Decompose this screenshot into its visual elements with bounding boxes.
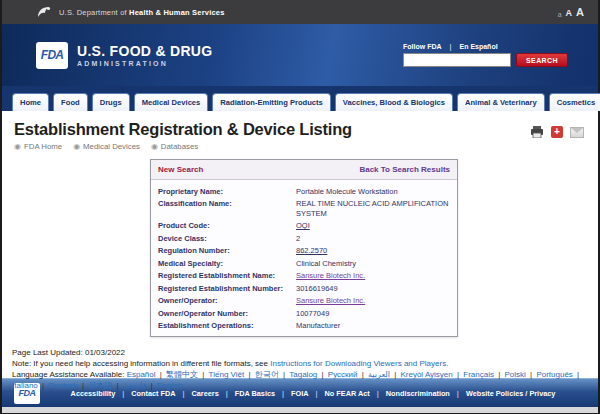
field-value: Portable Molecule Workstation <box>296 187 398 197</box>
page-title: Establishment Registration & Device List… <box>14 120 352 139</box>
language-link-portugu-s[interactable]: Português <box>536 370 572 379</box>
detail-field-list: Proprietary Name:Portable Molecule Works… <box>151 180 457 336</box>
bottom-strip <box>2 407 598 413</box>
language-separator: | <box>455 370 462 379</box>
field-label: Regulation Number: <box>158 246 296 256</box>
language-link-[interactable]: العربية <box>368 370 390 379</box>
field-value-link[interactable]: Sansure Biotech Inc. <box>296 296 365 306</box>
field-value: 2 <box>296 234 300 244</box>
share-icon[interactable] <box>550 126 564 138</box>
table-row-establishment-operations: Establishment Operations:Manufacturer <box>158 320 450 333</box>
language-separator: | <box>114 381 121 390</box>
breadcrumb-dot-icon: ◉ <box>151 143 158 151</box>
breadcrumb-item-databases[interactable]: ◉Databases <box>151 142 198 151</box>
language-separator: | <box>80 381 87 390</box>
fda-logo[interactable]: FDA <box>36 42 68 69</box>
table-row-device-class: Device Class:2 <box>158 232 450 245</box>
field-value-link[interactable]: OQI <box>296 221 310 231</box>
field-label: Medical Specialty: <box>158 259 296 269</box>
main-content: Establishment Registration & Device List… <box>2 111 598 378</box>
breadcrumb-dot-icon: ◉ <box>14 143 21 151</box>
header-link-separator: | <box>450 43 452 50</box>
follow-fda-link[interactable]: Follow FDA <box>403 43 442 50</box>
field-label: Proprietary Name: <box>158 187 296 197</box>
language-separator: | <box>392 370 399 379</box>
file-formats-note: Note: If you need help accessing informa… <box>12 358 588 369</box>
language-link-[interactable]: فارسی <box>123 381 147 390</box>
hhs-top-bar: U.S. Department of Health & Human Servic… <box>2 0 598 24</box>
table-row-classification-name: Classification Name:REAL TIME NUCLEIC AC… <box>158 198 450 220</box>
field-value: Clinical Chemistry <box>296 259 356 269</box>
language-separator: | <box>246 370 253 379</box>
field-value-link[interactable]: Sansure Biotech Inc. <box>296 271 365 281</box>
font-size-medium-button[interactable]: A <box>566 8 573 18</box>
table-row-medical-specialty: Medical Specialty:Clinical Chemistry <box>158 257 450 270</box>
font-size-controls: a A A <box>558 6 584 18</box>
viewers-players-link[interactable]: Instructions for Downloading Viewers and… <box>270 359 448 368</box>
nav-tab-home[interactable]: Home <box>12 93 49 111</box>
field-label: Registered Establishment Name: <box>158 271 296 281</box>
language-separator: | <box>496 370 503 379</box>
language-link-[interactable]: Русский <box>328 370 358 379</box>
breadcrumb-label: Medical Devices <box>83 142 140 151</box>
field-label: Owner/Operator: <box>158 296 296 306</box>
nav-tab-animal-veterinary[interactable]: Animal & Veterinary <box>457 93 545 111</box>
print-icon[interactable] <box>530 126 544 138</box>
field-value-link[interactable]: 862.2570 <box>296 246 327 256</box>
hhs-department-label: U.S. Department of Health & Human Servic… <box>59 8 225 17</box>
language-link-italiano[interactable]: Italiano <box>12 381 38 390</box>
nav-tab-drugs[interactable]: Drugs <box>92 93 130 111</box>
breadcrumb-item-medical-devices[interactable]: ◉Medical Devices <box>73 142 140 151</box>
language-separator: | <box>319 370 326 379</box>
language-separator: | <box>528 370 535 379</box>
language-link-english[interactable]: English <box>157 381 183 390</box>
breadcrumb-label: Databases <box>161 142 198 151</box>
language-separator: | <box>281 370 288 379</box>
nav-tab-radiation-emitting-products[interactable]: Radiation-Emitting Products <box>212 93 331 111</box>
table-row-proprietary-name: Proprietary Name:Portable Molecule Works… <box>158 185 450 198</box>
fda-header: FDA U.S. FOOD & DRUG ADMINISTRATION Foll… <box>2 24 598 86</box>
table-row-regulation-number: Regulation Number:862.2570 <box>158 245 450 258</box>
language-link-[interactable]: 繁體中文 <box>166 370 198 379</box>
language-separator: | <box>40 381 47 390</box>
field-label: Device Class: <box>158 234 296 244</box>
email-icon[interactable] <box>570 126 584 138</box>
language-link-ti-ng-vi-t[interactable]: Tiếng Việt <box>209 370 245 379</box>
language-link-fran-ais[interactable]: Français <box>463 370 494 379</box>
font-size-small-button[interactable]: a <box>558 11 562 18</box>
en-espanol-link[interactable]: En Español <box>460 43 498 50</box>
back-to-search-results-link[interactable]: Back To Search Results <box>359 165 450 174</box>
field-label: Registered Establishment Number: <box>158 284 296 294</box>
breadcrumb-item-fda-home[interactable]: ◉FDA Home <box>14 142 62 151</box>
language-link-krey-l-ayisyen[interactable]: Kreyòl Ayisyen <box>400 370 452 379</box>
last-updated-text: Page Last Updated: 01/03/2022 <box>12 347 588 358</box>
language-separator: | <box>158 370 165 379</box>
language-separator: | <box>148 381 155 390</box>
nav-tab-vaccines-blood-biologics[interactable]: Vaccines, Blood & Biologics <box>335 93 453 111</box>
new-search-link[interactable]: New Search <box>158 165 203 174</box>
language-link-polski[interactable]: Polski <box>505 370 526 379</box>
language-link-deutsch[interactable]: Deutsch <box>48 381 77 390</box>
table-row-registered-establishment-number: Registered Establishment Number:30166196… <box>158 282 450 295</box>
breadcrumb: ◉FDA Home◉Medical Devices◉Databases <box>14 142 352 151</box>
brand-subtitle: ADMINISTRATION <box>77 60 212 67</box>
nav-tab-cosmetics[interactable]: Cosmetics <box>549 93 600 111</box>
browser-page: U.S. Department of Health & Human Servic… <box>2 0 598 413</box>
site-search-button[interactable]: SEARCH <box>516 53 568 67</box>
language-link-[interactable]: 日本語 <box>88 381 112 390</box>
language-link-tagalog[interactable]: Tagalog <box>289 370 317 379</box>
field-value: 10077049 <box>296 309 329 319</box>
nav-tab-food[interactable]: Food <box>53 93 88 111</box>
table-row-owner-operator-number: Owner/Operator Number:10077049 <box>158 307 450 320</box>
field-value: REAL TIME NUCLEIC ACID AMPLIFICATION SYS… <box>296 199 450 218</box>
site-search-input[interactable] <box>403 53 511 67</box>
breadcrumb-label: FDA Home <box>24 142 62 151</box>
table-row-product-code: Product Code:OQI <box>158 220 450 233</box>
hhs-eagle-icon <box>36 5 52 20</box>
language-assistance-label: Language Assistance Available: <box>12 370 124 379</box>
language-link-[interactable]: 한국어 <box>255 370 279 379</box>
device-detail-card: New Search Back To Search Results Propri… <box>150 159 458 337</box>
language-link-espa-ol[interactable]: Español <box>127 370 156 379</box>
font-size-large-button[interactable]: A <box>576 6 584 18</box>
nav-tab-medical-devices[interactable]: Medical Devices <box>134 93 209 111</box>
